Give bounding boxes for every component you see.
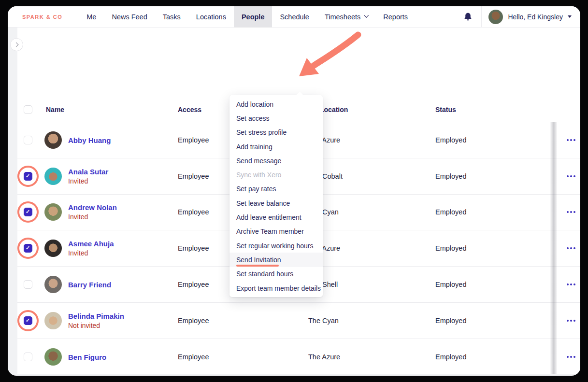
menu-item-add-leave-entitlement[interactable]: Add leave entitlement [229,210,323,224]
vertical-scrollbar[interactable] [550,122,557,374]
nav-item-label: Reports [383,13,408,21]
menu-item-set-standard-hours[interactable]: Set standard hours [229,267,323,281]
nav-right: Hello, Ed Kingsley [457,6,580,28]
row-checkbox[interactable]: ✓ [24,316,32,325]
nav-item-timesheets[interactable]: Timesheets [317,6,375,28]
person-name-link[interactable]: Andrew Nolan [68,203,117,212]
avatar [44,240,62,257]
chevron-right-icon [14,42,19,47]
column-header-access[interactable]: Access [178,106,201,113]
row-actions-button[interactable] [562,278,580,291]
table-row: Ben FiguroEmployeeThe AzureEmployed [17,339,580,374]
checkbox-cell [17,267,40,302]
sidebar-expand-button[interactable] [10,38,23,51]
user-greeting: Hello, Ed Kingsley [508,13,563,21]
menu-item-export-team-member-details[interactable]: Export team member details [229,281,323,295]
person-name-link[interactable]: Anala Sutar [68,168,108,176]
menu-item-send-message[interactable]: Send message [229,154,323,168]
nav-item-locations[interactable]: Locations [188,6,234,28]
status-cell: Employed [435,208,466,216]
row-actions-button[interactable] [562,133,580,147]
select-all-checkbox[interactable] [24,105,32,114]
row-actions-button[interactable] [562,241,580,255]
name-cell: Belinda PimakinNot invited [68,312,124,329]
nav-item-reports[interactable]: Reports [375,6,416,28]
row-checkbox[interactable] [24,353,32,361]
notifications-button[interactable] [457,6,478,28]
nav-item-me[interactable]: Me [79,6,104,28]
nav-item-schedule[interactable]: Schedule [272,6,316,28]
more-options-icon [570,211,572,213]
menu-item-set-leave-balance[interactable]: Set leave balance [229,196,323,210]
person-name-link[interactable]: Belinda Pimakin [68,312,124,320]
access-cell: Employee [178,317,209,325]
table-row: ✓Belinda PimakinNot invitedEmployeeThe C… [17,303,580,339]
location-cell: The Azure [308,353,340,361]
annotation-underline [236,265,279,267]
avatar [44,348,62,366]
menu-item-label: Archive Team member [236,227,304,235]
row-checkbox[interactable] [24,136,32,144]
more-options-icon [570,356,572,358]
invite-status: Not invited [68,322,124,329]
invite-status: Invited [68,249,114,257]
menu-item-label: Set stress profile [236,128,287,136]
menu-item-set-stress-profile[interactable]: Set stress profile [229,126,323,140]
row-actions-button[interactable] [562,350,580,364]
nav-item-label: Tasks [163,13,181,21]
top-navbar: SPARK & CO MeNews FeedTasksLocationsPeop… [8,6,580,28]
menu-item-set-regular-working-hours[interactable]: Set regular working hours [229,239,323,253]
status-cell: Employed [435,317,466,325]
menu-item-add-training[interactable]: Add training [229,140,323,154]
menu-item-label: Set access [236,114,269,122]
menu-item-set-pay-rates[interactable]: Set pay rates [229,182,323,196]
brand-logo[interactable]: SPARK & CO [22,14,62,20]
person-name-link[interactable]: Abby Huang [68,136,111,144]
chevron-down-icon [364,13,369,18]
user-menu-button[interactable]: Hello, Ed Kingsley [482,6,580,28]
row-checkbox[interactable]: ✓ [24,244,32,253]
nav-item-tasks[interactable]: Tasks [155,6,188,28]
name-cell: Ben Figuro [68,353,106,361]
more-options-icon [570,320,572,322]
more-options-icon [570,139,572,141]
menu-item-label: Send message [236,157,281,165]
menu-item-label: Set leave balance [236,199,290,207]
checkmark-icon: ✓ [26,317,30,324]
nav-item-people[interactable]: People [234,6,272,28]
row-actions-button[interactable] [562,170,580,183]
nav-item-label: Locations [196,13,226,21]
row-checkbox[interactable]: ✓ [24,208,32,216]
bulk-actions-menu: Add locationSet accessSet stress profile… [229,95,323,297]
nav-item-news-feed[interactable]: News Feed [104,6,155,28]
person-name-link[interactable]: Ben Figuro [68,353,106,361]
row-actions-button[interactable] [562,314,580,327]
checkmark-icon: ✓ [26,245,30,251]
chevron-down-icon [568,15,572,18]
checkmark-icon: ✓ [26,209,30,215]
access-cell: Employee [178,281,209,288]
column-header-status[interactable]: Status [435,106,456,113]
column-header-name[interactable]: Name [46,106,64,113]
status-cell: Employed [435,172,466,180]
more-options-icon [570,247,572,249]
menu-item-add-location[interactable]: Add location [229,97,323,111]
name-cell: Anala SutarInvited [68,168,108,185]
column-header-location[interactable]: Location [320,106,348,113]
menu-item-send-invitation[interactable]: Send Invitation [229,253,323,267]
nav-item-label: Schedule [280,13,309,21]
access-cell: Employee [178,353,209,361]
menu-item-archive-team-member[interactable]: Archive Team member [229,225,323,239]
person-name-link[interactable]: Asmee Ahuja [68,240,114,248]
more-options-icon [570,175,572,177]
row-actions-button[interactable] [562,205,580,219]
menu-item-sync-with-xero: Sync with Xero [229,168,323,182]
menu-item-label: Sync with Xero [236,171,281,179]
checkbox-cell: ✓ [17,158,40,194]
row-checkbox[interactable] [24,280,32,289]
menu-item-set-access[interactable]: Set access [229,111,323,125]
avatar [44,131,62,149]
access-cell: Employee [178,208,209,216]
person-name-link[interactable]: Barry Friend [68,281,111,289]
row-checkbox[interactable]: ✓ [24,172,32,181]
